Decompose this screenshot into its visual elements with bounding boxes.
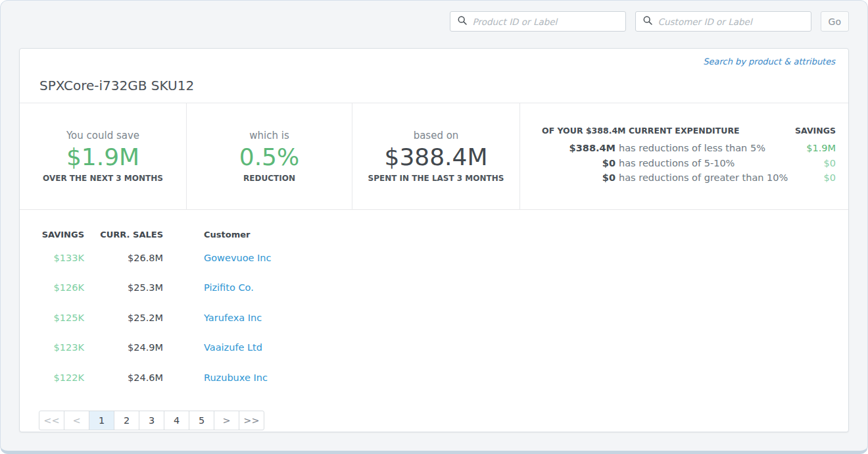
cell-curr-sales: $25.2M (84, 313, 163, 323)
breakdown-header-left: OF YOUR $388.4M CURRENT EXPENDITURE (542, 126, 740, 136)
pagination-next-button[interactable]: > (214, 411, 239, 430)
stat-suffix: SPENT IN THE LAST 3 MONTHS (368, 174, 504, 183)
cell-curr-sales: $25.3M (84, 282, 163, 293)
pagination-prev-button[interactable]: < (64, 411, 89, 430)
go-button[interactable]: Go (821, 11, 849, 32)
pagination-page-5[interactable]: 5 (189, 411, 214, 430)
card-header: Search by product & attributes SPXCore-i… (20, 49, 848, 103)
stat-suffix: REDUCTION (243, 174, 295, 183)
search-icon (643, 15, 652, 28)
table-row: $125K $25.2M Yarufexa Inc (20, 303, 848, 333)
stat-spend: based on $388.4M SPENT IN THE LAST 3 MON… (352, 103, 520, 209)
breakdown-amount: $0 (542, 156, 615, 171)
top-search-bar: Go (450, 11, 849, 32)
customer-search-input[interactable] (658, 16, 804, 27)
search-by-attributes-link[interactable]: Search by product & attributes (703, 57, 835, 66)
expenditure-breakdown: OF YOUR $388.4M CURRENT EXPENDITURE SAVI… (520, 103, 848, 209)
breakdown-savings: $0 (824, 156, 836, 171)
cell-savings: $125K (20, 313, 84, 323)
customer-link[interactable]: Yarufexa Inc (204, 313, 262, 323)
cell-savings: $122K (20, 372, 84, 383)
breakdown-description: has reductions of less than 5% (619, 141, 806, 156)
customer-link[interactable]: Pizifito Co. (204, 282, 254, 293)
stat-reduction: which is 0.5% REDUCTION (187, 103, 352, 209)
stat-savings: You could save $1.9M OVER THE NEXT 3 MON… (20, 103, 187, 209)
stat-reduction-value: 0.5% (239, 143, 299, 170)
header-customer: Customer (163, 230, 848, 240)
header-savings: SAVINGS (20, 230, 84, 240)
cell-savings: $123K (20, 342, 84, 353)
breakdown-row: $0 has reductions of greater than 10% $0 (542, 170, 836, 186)
stats-row: You could save $1.9M OVER THE NEXT 3 MON… (20, 103, 848, 210)
breakdown-header: OF YOUR $388.4M CURRENT EXPENDITURE SAVI… (542, 126, 836, 136)
table-row: $133K $26.8M Gowevuoe Inc (20, 243, 848, 273)
product-search-input[interactable] (473, 16, 618, 27)
pagination-first-button[interactable]: << (39, 411, 64, 430)
customer-link[interactable]: Ruzubuxe Inc (204, 372, 268, 383)
product-search-box[interactable] (450, 11, 626, 32)
pagination-last-button[interactable]: >> (239, 411, 264, 430)
breakdown-amount: $0 (542, 170, 615, 186)
customer-search-box[interactable] (635, 11, 811, 32)
cell-savings: $133K (20, 253, 84, 263)
cell-curr-sales: $26.8M (84, 253, 163, 263)
breakdown-row: $0 has reductions of 5-10% $0 (542, 156, 836, 171)
table-row: $126K $25.3M Pizifito Co. (20, 273, 848, 303)
breakdown-description: has reductions of 5-10% (619, 156, 824, 171)
pagination: << < 1 2 3 4 5 > >> (39, 411, 264, 430)
pagination-page-1[interactable]: 1 (89, 411, 114, 430)
product-savings-card: Search by product & attributes SPXCore-i… (19, 48, 849, 432)
table-row: $123K $24.9M Vaaizufe Ltd (20, 333, 848, 363)
breakdown-header-right: SAVINGS (795, 126, 836, 136)
table-header-row: SAVINGS CURR. SALES Customer (20, 226, 848, 243)
header-curr-sales: CURR. SALES (84, 230, 163, 240)
stat-prefix: You could save (66, 130, 139, 141)
breakdown-amount: $388.4M (542, 141, 615, 156)
cell-curr-sales: $24.9M (84, 342, 163, 353)
pagination-page-2[interactable]: 2 (114, 411, 139, 430)
customer-table: SAVINGS CURR. SALES Customer $133K $26.8… (20, 226, 848, 393)
stat-suffix: OVER THE NEXT 3 MONTHS (43, 174, 163, 183)
pagination-page-4[interactable]: 4 (164, 411, 189, 430)
stat-prefix: which is (249, 130, 289, 141)
cell-curr-sales: $24.6M (84, 372, 163, 383)
pagination-page-3[interactable]: 3 (139, 411, 164, 430)
breakdown-row: $388.4M has reductions of less than 5% $… (542, 141, 836, 156)
breakdown-description: has reductions of greater than 10% (619, 170, 824, 186)
stat-savings-value: $1.9M (66, 143, 139, 170)
search-icon (458, 15, 467, 28)
app-window: Go Search by product & attributes SPXCor… (0, 0, 868, 454)
product-title: SPXCore-i732GB SKU12 (39, 78, 194, 93)
stat-prefix: based on (414, 130, 459, 141)
customer-link[interactable]: Gowevuoe Inc (204, 253, 272, 263)
table-row: $122K $24.6M Ruzubuxe Inc (20, 363, 848, 393)
stat-spend-value: $388.4M (384, 143, 487, 170)
breakdown-savings: $1.9M (806, 141, 836, 156)
cell-savings: $126K (20, 282, 84, 293)
customer-link[interactable]: Vaaizufe Ltd (204, 342, 262, 353)
breakdown-savings: $0 (824, 170, 836, 186)
